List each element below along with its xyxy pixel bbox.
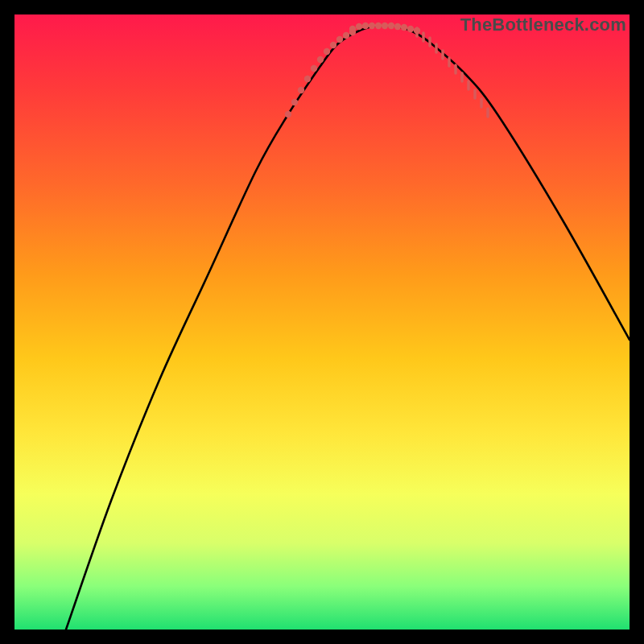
dotted-marker (304, 76, 311, 82)
dotted-marker (356, 23, 362, 30)
dotted-marker (407, 26, 414, 32)
dotted-marker (401, 24, 407, 31)
curve-layer (66, 26, 630, 630)
chart-overlay (14, 14, 630, 630)
dotted-marker (362, 23, 369, 29)
chart-frame: TheBottleneck.com (14, 14, 630, 630)
dotted-segments (285, 23, 488, 118)
dotted-marker (285, 111, 291, 118)
dotted-marker (298, 87, 304, 93)
dotted-marker (349, 26, 356, 32)
dotted-marker (291, 99, 298, 105)
dotted-marker (394, 23, 401, 30)
main-curve-path (66, 26, 630, 630)
dotted-marker (317, 56, 324, 63)
dotted-marker (369, 23, 375, 29)
dotted-marker (375, 23, 382, 29)
dotted-marker (324, 48, 330, 55)
dotted-marker (311, 65, 317, 72)
dotted-marker (382, 23, 388, 29)
dotted-marker (330, 42, 336, 48)
dotted-marker (336, 36, 343, 43)
dotted-marker (388, 23, 394, 29)
dotted-marker (343, 32, 349, 39)
